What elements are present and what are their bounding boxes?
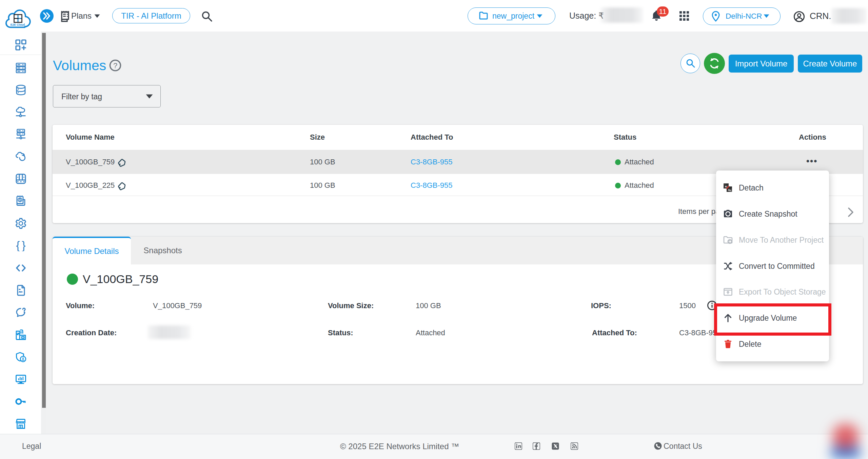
svg-text:}: } <box>22 240 25 251</box>
svg-text:$: $ <box>19 198 21 202</box>
svg-text:{: { <box>16 240 20 251</box>
svg-text:?: ? <box>113 61 117 70</box>
svg-text:E2E Cloud: E2E Cloud <box>11 23 25 26</box>
